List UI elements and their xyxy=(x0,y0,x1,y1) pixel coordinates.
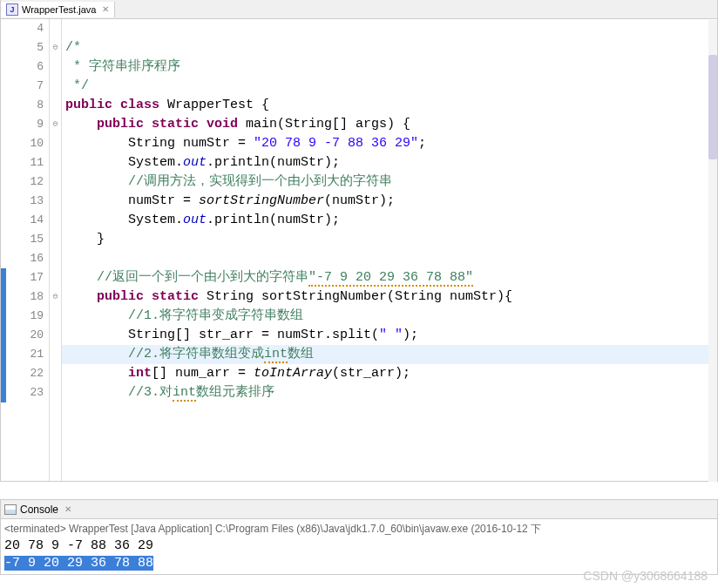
line-number: 4 xyxy=(6,19,44,38)
line-number-gutter: 4567891011121314151617181920212223 xyxy=(6,19,50,481)
fold-spacer xyxy=(50,307,61,326)
scrollbar-thumb[interactable] xyxy=(708,55,717,159)
code-line[interactable]: /* xyxy=(62,38,717,57)
fold-spacer xyxy=(50,249,61,268)
editor-tab-bar: J WrapperTest.java ✕ xyxy=(1,0,717,19)
code-line[interactable]: //1.将字符串变成字符串数组 xyxy=(62,307,717,326)
console-panel: Console ✕ <terminated> WrapperTest [Java… xyxy=(0,499,718,575)
line-number: 15 xyxy=(6,230,44,249)
line-number: 23 xyxy=(6,383,44,402)
code-line[interactable]: public static String sortStringNumber(St… xyxy=(62,287,717,307)
line-number: 13 xyxy=(6,192,44,211)
console-content[interactable]: <terminated> WrapperTest [Java Applicati… xyxy=(1,519,717,574)
fold-spacer xyxy=(50,230,61,249)
code-line[interactable]: //调用方法，实现得到一个由小到大的字符串 xyxy=(62,172,717,192)
code-line[interactable]: */ xyxy=(62,77,717,96)
fold-spacer xyxy=(50,383,61,402)
console-icon xyxy=(4,504,17,515)
fold-spacer xyxy=(50,134,61,153)
line-number: 18 xyxy=(6,287,44,307)
line-number: 11 xyxy=(6,153,44,172)
fold-toggle-icon[interactable]: ⊖ xyxy=(50,38,61,57)
code-line[interactable]: //2.将字符串数组变成int数组 xyxy=(62,345,717,364)
line-number: 22 xyxy=(6,364,44,383)
code-content[interactable]: /* * 字符串排序程序 */public class WrapperTest … xyxy=(62,19,717,481)
editor-tab-active[interactable]: J WrapperTest.java ✕ xyxy=(1,2,115,17)
code-editor[interactable]: 4567891011121314151617181920212223 ⊖⊖⊖ /… xyxy=(1,19,717,481)
line-number: 17 xyxy=(6,268,44,287)
fold-spacer xyxy=(50,326,61,345)
console-process-info: <terminated> WrapperTest [Java Applicati… xyxy=(4,521,714,537)
code-line[interactable]: //3.对int数组元素排序 xyxy=(62,383,717,402)
code-line[interactable] xyxy=(62,19,717,38)
fold-toggle-icon[interactable]: ⊖ xyxy=(50,287,61,307)
line-number: 14 xyxy=(6,211,44,230)
fold-gutter: ⊖⊖⊖ xyxy=(50,19,62,481)
line-number: 21 xyxy=(6,345,44,364)
line-number: 7 xyxy=(6,77,44,96)
fold-spacer xyxy=(50,268,61,287)
close-icon[interactable]: ✕ xyxy=(102,4,109,14)
line-number: 20 xyxy=(6,326,44,345)
line-number: 12 xyxy=(6,172,44,192)
console-tab-label[interactable]: Console xyxy=(20,504,58,516)
console-output-line: 20 78 9 -7 88 36 29 xyxy=(4,537,714,555)
code-line[interactable]: System.out.println(numStr); xyxy=(62,153,717,172)
line-number: 10 xyxy=(6,134,44,153)
code-line[interactable]: } xyxy=(62,230,717,249)
line-number: 19 xyxy=(6,307,44,326)
line-number: 9 xyxy=(6,115,44,134)
fold-spacer xyxy=(50,172,61,192)
fold-spacer xyxy=(50,57,61,77)
code-line[interactable]: * 字符串排序程序 xyxy=(62,57,717,77)
code-line[interactable]: String[] str_arr = numStr.split(" "); xyxy=(62,326,717,345)
code-line[interactable]: public static void main(String[] args) { xyxy=(62,115,717,134)
tab-filename: WrapperTest.java xyxy=(22,4,96,15)
fold-spacer xyxy=(50,345,61,364)
fold-spacer xyxy=(50,192,61,211)
fold-toggle-icon[interactable]: ⊖ xyxy=(50,115,61,134)
fold-spacer xyxy=(50,77,61,96)
line-number: 5 xyxy=(6,38,44,57)
line-number: 6 xyxy=(6,57,44,77)
code-line[interactable]: numStr = sortStringNumber(numStr); xyxy=(62,192,717,211)
selected-output-text: -7 9 20 29 36 78 88 xyxy=(4,556,153,571)
console-tab-bar: Console ✕ xyxy=(1,500,717,519)
code-line[interactable]: System.out.println(numStr); xyxy=(62,211,717,230)
fold-spacer xyxy=(50,96,61,115)
fold-spacer xyxy=(50,153,61,172)
vertical-scrollbar[interactable] xyxy=(708,20,717,481)
java-file-icon: J xyxy=(6,3,18,16)
line-number: 8 xyxy=(6,96,44,115)
code-line[interactable]: //返回一个到一个由小到大的字符串"-7 9 20 29 36 78 88" xyxy=(62,268,717,287)
code-line[interactable]: String numStr = "20 78 9 -7 88 36 29"; xyxy=(62,134,717,153)
code-line[interactable] xyxy=(62,249,717,268)
close-icon[interactable]: ✕ xyxy=(64,504,71,514)
line-number: 16 xyxy=(6,249,44,268)
code-line[interactable]: public class WrapperTest { xyxy=(62,96,717,115)
console-output-line: -7 9 20 29 36 78 88 xyxy=(4,555,714,572)
fold-spacer xyxy=(50,211,61,230)
editor-panel: J WrapperTest.java ✕ 4567891011121314151… xyxy=(0,0,718,482)
fold-spacer xyxy=(50,364,61,383)
code-line[interactable]: int[] num_arr = toIntArray(str_arr); xyxy=(62,364,717,383)
fold-spacer xyxy=(50,19,61,38)
